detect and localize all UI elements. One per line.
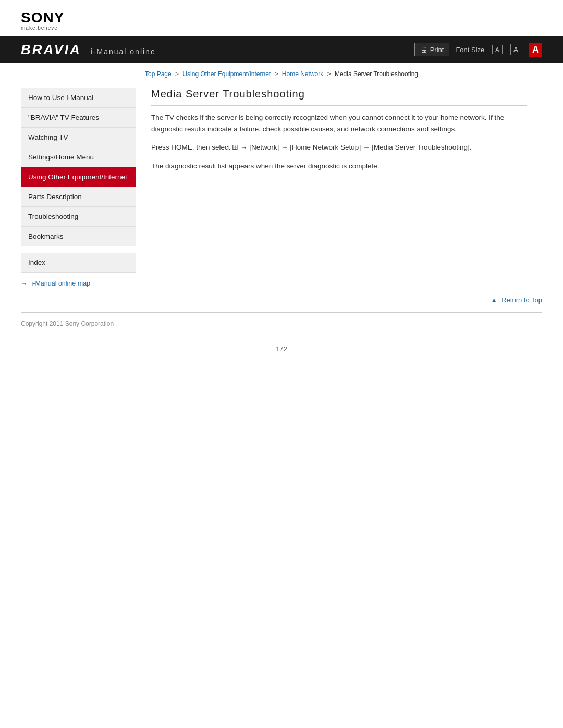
sidebar-item-parts-description[interactable]: Parts Description [21,187,136,207]
font-size-medium-button[interactable]: A [510,44,521,55]
font-size-label: Font Size [456,46,484,54]
content-para-1: The TV checks if the server is being cor… [151,112,527,134]
content-para-2: Press HOME, then select ⊞ → [Network] → … [151,142,527,153]
breadcrumb-using-other[interactable]: Using Other Equipment/Internet [182,70,271,78]
sidebar: How to Use i-Manual "BRAVIA" TV Features… [21,78,136,287]
imanual-label: i-Manual online [91,47,156,56]
sidebar-item-watching-tv[interactable]: Watching TV [21,128,136,147]
para2-suffix: → [Network] → [Home Network Setup] → [Me… [238,143,471,151]
breadcrumb: Top Page > Using Other Equipment/Interne… [0,63,563,78]
bravia-title: BRAVIA [21,42,81,58]
bravia-bar-left: BRAVIA i-Manual online [21,42,156,58]
copyright: Copyright 2011 Sony Corporation [0,313,563,335]
sidebar-item-how-to-use[interactable]: How to Use i-Manual [21,88,136,108]
print-label: Print [430,46,444,54]
breadcrumb-current: Media Server Troubleshooting [335,70,418,78]
breadcrumb-sep-1: > [175,70,180,78]
breadcrumb-top-page[interactable]: Top Page [145,70,172,78]
page-title: Media Server Troubleshooting [151,88,527,106]
sidebar-item-using-other[interactable]: Using Other Equipment/Internet [21,167,136,187]
font-size-small-button[interactable]: A [492,45,502,54]
sidebar-item-settings-home-menu[interactable]: Settings/Home Menu [21,147,136,167]
bravia-bar-right: Print Font Size A A A [414,43,542,57]
breadcrumb-sep-2: > [275,70,280,78]
tagline: make.believe [21,25,542,31]
breadcrumb-sep-3: > [327,70,333,78]
sidebar-item-bravia-features[interactable]: "BRAVIA" TV Features [21,108,136,128]
font-size-large-button[interactable]: A [529,43,542,57]
content-para-3: The diagnostic result list appears when … [151,161,527,172]
breadcrumb-home-network[interactable]: Home Network [282,70,323,78]
sidebar-item-troubleshooting[interactable]: Troubleshooting [21,207,136,227]
sidebar-item-bookmarks[interactable]: Bookmarks [21,227,136,246]
sony-logo: SONY [21,9,542,26]
logo-area: SONY make.believe [0,0,563,36]
return-top-area: Return to Top [0,287,563,312]
main-wrapper: How to Use i-Manual "BRAVIA" TV Features… [0,78,563,287]
para2-prefix: Press HOME, then select [151,143,232,151]
print-icon [420,45,427,54]
print-button[interactable]: Print [414,43,450,56]
sidebar-link-area: i-Manual online map [21,273,136,287]
content-area: Media Server Troubleshooting The TV chec… [136,78,542,287]
home-icon: ⊞ [232,143,238,151]
bravia-bar: BRAVIA i-Manual online Print Font Size A… [0,36,563,63]
imanual-map-link[interactable]: i-Manual online map [21,280,136,287]
return-to-top-link[interactable]: Return to Top [491,296,542,304]
page-number: 172 [0,335,563,363]
sidebar-item-index[interactable]: Index [21,253,136,273]
